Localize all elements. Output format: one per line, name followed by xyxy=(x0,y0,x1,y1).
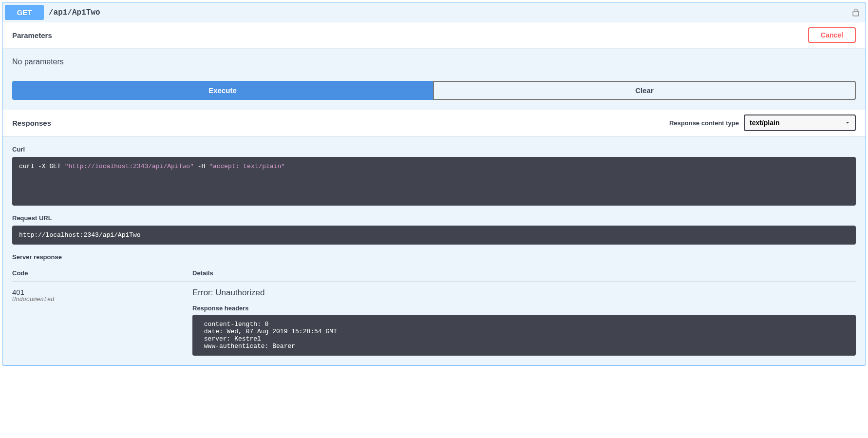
responses-body: Curl curl -X GET "http://localhost:2343/… xyxy=(2,136,866,365)
content-type-control: Response content type text/plain xyxy=(669,114,856,131)
error-message: Error: Unauthorized xyxy=(192,288,856,298)
undocumented-label: Undocumented xyxy=(12,296,192,303)
request-url-value: http://localhost:2343/api/ApiTwo xyxy=(12,226,856,245)
no-parameters-text: No parameters xyxy=(12,57,856,66)
curl-flag: -H xyxy=(194,163,209,170)
curl-prefix: curl -X GET xyxy=(19,163,65,170)
content-type-select[interactable]: text/plain xyxy=(744,114,856,131)
response-table: Code Details 401 Undocumented Error: Una… xyxy=(12,265,856,356)
parameters-title: Parameters xyxy=(12,31,52,39)
server-response-label: Server response xyxy=(12,253,856,261)
parameters-header: Parameters Cancel xyxy=(2,22,866,48)
response-row: 401 Undocumented Error: Unauthorized Res… xyxy=(12,282,856,356)
request-url-label: Request URL xyxy=(12,214,856,222)
cancel-button[interactable]: Cancel xyxy=(808,27,856,43)
action-buttons-row: Execute Clear xyxy=(12,81,856,100)
endpoint-path: /api/ApiTwo xyxy=(49,8,100,17)
execute-button[interactable]: Execute xyxy=(12,81,433,100)
parameters-body: No parameters Execute Clear xyxy=(2,48,866,110)
response-headers-block: content-length: 0 date: Wed, 07 Aug 2019… xyxy=(192,315,856,356)
content-type-label: Response content type xyxy=(669,119,739,127)
responses-header: Responses Response content type text/pla… xyxy=(2,110,866,136)
http-method-badge: GET xyxy=(5,5,44,20)
code-column-header: Code xyxy=(12,265,192,282)
operation-summary[interactable]: GET /api/ApiTwo xyxy=(2,2,866,22)
responses-title: Responses xyxy=(12,119,51,127)
curl-command: curl -X GET "http://localhost:2343/api/A… xyxy=(12,157,856,206)
opblock-get: GET /api/ApiTwo Parameters Cancel No par… xyxy=(2,2,866,366)
curl-url: "http://localhost:2343/api/ApiTwo" xyxy=(65,163,194,170)
unlock-icon[interactable] xyxy=(851,8,861,18)
response-headers-title: Response headers xyxy=(192,305,856,312)
details-column-header: Details xyxy=(192,265,856,282)
curl-accept: "accept: text/plain" xyxy=(209,163,285,170)
response-code: 401 xyxy=(12,288,192,296)
clear-button[interactable]: Clear xyxy=(433,81,856,100)
curl-label: Curl xyxy=(12,146,856,153)
